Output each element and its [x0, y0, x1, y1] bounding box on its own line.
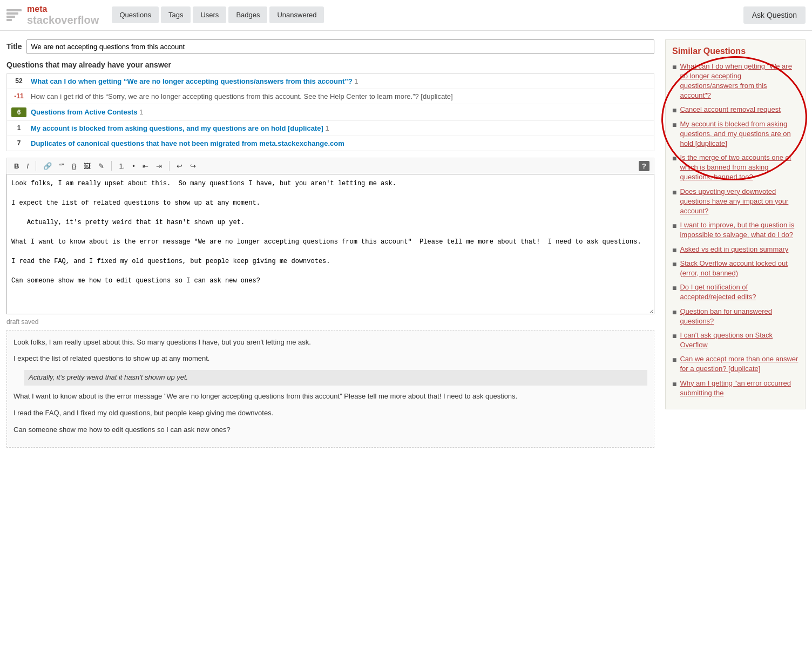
preview-p4: I read the FAQ, and I fixed my old quest…: [13, 408, 647, 419]
score-4: 7: [11, 139, 26, 147]
similar-link-10[interactable]: I can't ask questions on Stack Overflow: [680, 330, 799, 350]
similar-list: ■ What can I do when getting "We are no …: [672, 62, 799, 398]
preview-p0: Look folks, I am really upset about this…: [13, 337, 647, 348]
similar-link-6[interactable]: Asked vs edit in question summary: [680, 245, 788, 254]
suggestion-text-1: How can i get rid of this “Sorry, we are…: [31, 92, 453, 100]
toolbar-help[interactable]: ?: [639, 161, 649, 171]
suggestion-text-4: Duplicates of canonical questions that h…: [31, 139, 344, 147]
similar-item-0: ■ What can I do when getting "We are no …: [672, 62, 799, 101]
logo-line-1: [6, 9, 22, 11]
similar-link-8[interactable]: Do I get notification of accepted/reject…: [680, 282, 799, 302]
suggestion-link-1[interactable]: How can i get rid of this “Sorry, we are…: [31, 92, 453, 100]
nav-unanswered[interactable]: Unanswered: [269, 6, 324, 23]
toolbar-ul[interactable]: •: [130, 160, 138, 172]
score-wrap-1: -11: [11, 92, 26, 100]
similar-link-4[interactable]: Does upvoting very downvoted questions h…: [680, 187, 799, 217]
preview-p5: Can someone show me how to edit question…: [13, 424, 647, 436]
score-3: 1: [11, 124, 26, 132]
suggestions-list: 52 What can I do when getting “We are no…: [6, 73, 654, 151]
toolbar-redo[interactable]: ↪: [187, 160, 199, 172]
score-0: 52: [11, 77, 26, 85]
suggestion-link-2[interactable]: Questions from Active Contests: [31, 108, 137, 116]
score-2: 6: [11, 107, 26, 117]
similar-link-7[interactable]: Stack Overflow account locked out (error…: [680, 259, 799, 278]
suggestion-text-0: What can I do when getting “We are no lo…: [31, 77, 358, 85]
logo-line-2: [6, 12, 18, 15]
toolbar-bold[interactable]: B: [11, 160, 22, 172]
title-input[interactable]: [26, 39, 654, 54]
similar-link-2[interactable]: My account is blocked from asking questi…: [680, 119, 799, 149]
similar-link-0[interactable]: What can I do when getting "We are no lo…: [680, 62, 799, 101]
similar-bullet-1: ■: [672, 106, 676, 114]
preview-p3: What I want to know about is the error m…: [13, 391, 647, 402]
similar-bullet-8: ■: [672, 284, 676, 292]
similar-item-12: ■ Why am I getting "an error occurred su…: [672, 379, 799, 398]
similar-item-3: ■ Is the merge of two accounts one of wh…: [672, 153, 799, 183]
similar-link-3[interactable]: Is the merge of two accounts one of whic…: [680, 153, 799, 183]
suggestion-suffix-2: 1: [137, 108, 143, 116]
suggestion-row-4: 7 Duplicates of canonical questions that…: [7, 136, 654, 151]
toolbar-image[interactable]: 🖼: [81, 160, 93, 172]
preview-p1: I expect the list of related questions t…: [13, 353, 647, 365]
header: meta stackoverflow Questions Tags Users …: [0, 0, 812, 31]
toolbar-link[interactable]: 🔗: [40, 160, 55, 172]
logo-line-3: [6, 16, 15, 18]
similar-bullet-10: ■: [672, 332, 676, 340]
similar-item-7: ■ Stack Overflow account locked out (err…: [672, 259, 799, 278]
toolbar-indent-right[interactable]: ⇥: [153, 160, 165, 172]
toolbar-edit[interactable]: ✎: [96, 160, 107, 172]
draft-saved: draft saved: [6, 318, 654, 326]
suggestion-row-3: 1 My account is blocked from asking ques…: [7, 121, 654, 136]
toolbar-undo[interactable]: ↩: [174, 160, 185, 172]
similar-bullet-3: ■: [672, 154, 676, 163]
logo-line-4: [6, 19, 12, 21]
similar-link-1[interactable]: Cancel account removal request: [680, 105, 780, 114]
score-wrap-4: 7: [11, 139, 26, 147]
logo-overflow: overflow: [55, 14, 99, 26]
similar-header: Similar Questions: [672, 46, 799, 56]
score-wrap-3: 1: [11, 124, 26, 132]
similar-bullet-5: ■: [672, 221, 676, 230]
title-row: Title: [6, 39, 654, 54]
preview-area: Look folks, I am really upset about this…: [6, 330, 654, 448]
toolbar-sep-2: [111, 161, 112, 171]
toolbar-italic[interactable]: I: [24, 160, 31, 172]
similar-item-10: ■ I can't ask questions on Stack Overflo…: [672, 330, 799, 350]
suggestions-header: Questions that may already have your ans…: [6, 60, 654, 69]
logo-stackoverflow: stackoverflow: [27, 14, 99, 26]
similar-bullet-12: ■: [672, 380, 676, 388]
nav-questions[interactable]: Questions: [112, 6, 159, 23]
logo-stack: stack: [27, 14, 55, 26]
toolbar-indent-left[interactable]: ⇤: [140, 160, 151, 172]
toolbar-code[interactable]: {}: [69, 160, 79, 172]
nav-tags[interactable]: Tags: [161, 6, 191, 23]
similar-bullet-11: ■: [672, 355, 676, 364]
similar-link-5[interactable]: I want to improve, but the question is i…: [680, 220, 799, 240]
toolbar-sep-3: [169, 161, 170, 171]
preview-p2-text: Actually, it's pretty weird that it hasn…: [29, 373, 188, 381]
suggestion-link-3[interactable]: My account is blocked from asking questi…: [31, 124, 323, 132]
similar-item-11: ■ Can we accept more than one answer for…: [672, 354, 799, 374]
similar-bullet-6: ■: [672, 246, 676, 254]
nav-badges[interactable]: Badges: [228, 6, 267, 23]
logo-icon: [6, 9, 22, 21]
suggestion-text-3: My account is blocked from asking questi…: [31, 124, 329, 132]
similar-link-9[interactable]: Question ban for unanswered questions?: [680, 307, 799, 326]
similar-item-4: ■ Does upvoting very downvoted questions…: [672, 187, 799, 217]
suggestion-row-0: 52 What can I do when getting “We are no…: [7, 74, 654, 89]
similar-box: Similar Questions ■ What can I do when g…: [665, 39, 806, 409]
suggestion-suffix-3: 1: [323, 124, 329, 132]
suggestion-link-0[interactable]: What can I do when getting “We are no lo…: [31, 77, 353, 85]
toolbar-blockquote[interactable]: “”: [57, 160, 67, 172]
logo-meta: meta: [27, 4, 99, 14]
question-textarea[interactable]: [6, 174, 654, 314]
suggestion-link-4[interactable]: Duplicates of canonical questions that h…: [31, 139, 344, 147]
nav-users[interactable]: Users: [193, 6, 226, 23]
suggestion-row-2: 6 Questions from Active Contests 1: [7, 104, 654, 121]
similar-bullet-2: ■: [672, 120, 676, 129]
similar-link-11[interactable]: Can we accept more than one answer for a…: [680, 354, 799, 374]
toolbar-ol[interactable]: 1.: [116, 160, 127, 172]
preview-p2: Actually, it's pretty weird that it hasn…: [24, 370, 647, 386]
similar-link-12[interactable]: Why am I getting "an error occurred subm…: [680, 379, 799, 398]
ask-question-button[interactable]: Ask Question: [743, 6, 806, 24]
